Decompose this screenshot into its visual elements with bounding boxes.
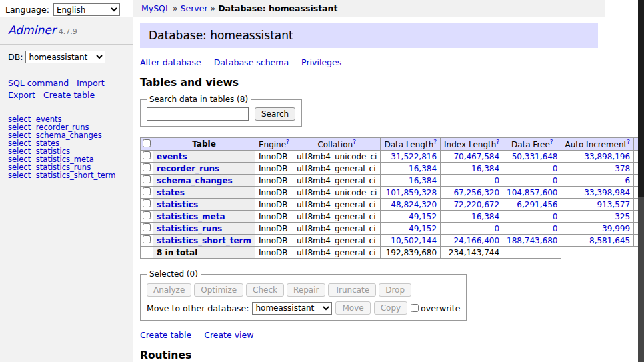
engine-cell: InnoDB [255,175,293,187]
sidebar-link-import[interactable]: Import [77,78,105,88]
table-name-link-statistics-meta[interactable]: statistics_meta [157,212,225,221]
collation-cell: utf8mb4_general_ci [293,163,381,175]
action-link-alter-database[interactable]: Alter database [140,57,201,67]
breadcrumb-mysql-link[interactable]: MySQL [141,3,170,13]
index-length-cell: 16,384 [441,211,503,223]
check-button[interactable]: Check [246,283,284,297]
auto-increment-link[interactable]: 378 [615,164,630,173]
data-free-link[interactable]: 0 [553,212,558,221]
auto-increment-link[interactable]: 39,999 [602,224,630,233]
data-length-link[interactable]: 101,859,328 [386,188,437,197]
row-checkbox-recorder-runs[interactable] [143,163,151,171]
auto-increment-link[interactable]: 325 [615,212,630,221]
action-link-privileges[interactable]: Privileges [301,57,341,67]
index-length-link[interactable]: 16,384 [471,164,499,173]
truncate-button[interactable]: Truncate [328,283,376,297]
data-length-link[interactable]: 16,384 [409,164,437,173]
index-length-link[interactable]: 0 [494,176,499,185]
engine-cell: InnoDB [255,223,293,235]
data-free-link[interactable]: 188,743,680 [507,236,557,245]
index-length-link[interactable]: 0 [494,224,499,233]
data-length-cell: 49,152 [381,223,441,235]
table-name-link-statistics-short-term[interactable]: statistics_short_term [157,236,251,245]
drop-button[interactable]: Drop [379,283,411,297]
auto-increment-link[interactable]: 8,581,645 [589,236,630,245]
row-checkbox-events[interactable] [143,151,151,159]
help-link-auto-increment[interactable]: ? [627,139,630,145]
row-checkbox-statistics-short-term[interactable] [143,235,151,243]
row-checkbox-statistics[interactable] [143,199,151,207]
data-length-link[interactable]: 49,152 [409,224,437,233]
data-free-cell: 0 [503,175,561,187]
adminer-logo-link[interactable]: Adminer [8,23,56,37]
data-free-link[interactable]: 50,331,648 [512,152,558,161]
data-length-link[interactable]: 48,824,320 [391,200,437,209]
move-button[interactable]: Move [335,301,370,315]
select-all-checkbox[interactable] [143,139,151,147]
collation-cell: utf8mb4_general_ci [293,175,381,187]
help-link-index-length[interactable]: ? [496,139,499,145]
index-length-cell: 67,256,320 [441,187,503,199]
row-checkbox-states[interactable] [143,187,151,195]
data-free-link[interactable]: 0 [553,176,558,185]
index-length-link[interactable]: 72,220,672 [453,200,499,209]
auto-increment-link[interactable]: 913,577 [597,200,630,209]
move-db-select[interactable]: homeassistant [252,302,332,315]
data-length-link[interactable]: 31,522,816 [391,152,437,161]
overwrite-checkbox[interactable] [411,304,419,312]
select-link-statistics-short-term[interactable]: select [8,171,31,180]
help-link-collation[interactable]: ? [353,139,356,145]
table-name-link-events[interactable]: events [157,152,187,161]
search-button[interactable]: Search [255,107,295,121]
table-name-link-recorder-runs[interactable]: recorder_runs [157,164,219,173]
breadcrumb-server-link[interactable]: Server [181,3,208,13]
sidebar-link-export[interactable]: Export [8,90,35,100]
optimize-button[interactable]: Optimize [194,283,243,297]
row-checkbox-schema-changes[interactable] [143,175,151,183]
repair-button[interactable]: Repair [287,283,325,297]
index-length-link[interactable]: 70,467,584 [453,152,499,161]
app-version: 4.7.9 [59,27,77,36]
table-name-link-statistics[interactable]: statistics [157,200,198,209]
help-link-data-free[interactable]: ? [550,139,553,145]
index-length-cell: 70,467,584 [441,151,503,163]
index-length-link[interactable]: 67,256,320 [453,188,499,197]
row-checkbox-statistics-runs[interactable] [143,223,151,231]
table-link-statistics-short-term[interactable]: statistics_short_term [36,171,116,180]
engine-cell: InnoDB [255,211,293,223]
column-header-engine: Engine? [255,138,293,151]
copy-button[interactable]: Copy [374,301,407,315]
db-select[interactable]: homeassistant [25,51,105,63]
auto-increment-link[interactable]: 33,898,196 [584,152,630,161]
action-link-database-schema[interactable]: Database schema [214,57,289,67]
row-checkbox-statistics-meta[interactable] [143,211,151,219]
language-bar: Language: English [5,3,120,16]
vertical-scrollbar[interactable] [638,0,644,362]
search-input[interactable] [147,107,249,121]
index-length-link[interactable]: 24,166,400 [453,236,499,245]
table-name-link-statistics-runs[interactable]: statistics_runs [157,224,222,233]
table-name-link-schema-changes[interactable]: schema_changes [157,176,233,185]
create-link-create-table[interactable]: Create table [140,330,191,340]
help-link-engine[interactable]: ? [286,139,289,145]
data-length-cell: 31,522,816 [381,151,441,163]
auto-increment-link[interactable]: 6 [625,176,630,185]
data-free-link[interactable]: 0 [553,164,558,173]
data-free-link[interactable]: 104,857,600 [507,188,557,197]
table-name-link-states[interactable]: states [157,188,185,197]
collation-cell: utf8mb4_general_ci [293,211,381,223]
language-select[interactable]: English [53,3,120,16]
sidebar-link-sql-command[interactable]: SQL command [8,78,69,88]
index-length-link[interactable]: 16,384 [471,212,499,221]
data-length-link[interactable]: 49,152 [409,212,437,221]
auto-increment-link[interactable]: 33,398,984 [584,188,630,197]
analyze-button[interactable]: Analyze [147,283,191,297]
data-length-link[interactable]: 10,502,144 [391,236,437,245]
sidebar-link-create-table[interactable]: Create table [43,90,95,100]
create-link-create-view[interactable]: Create view [204,330,253,340]
data-free-link[interactable]: 0 [553,224,558,233]
data-free-link[interactable]: 6,291,456 [517,200,557,209]
data-length-link[interactable]: 16,384 [409,176,437,185]
help-link-data-length[interactable]: ? [433,139,437,145]
scrollbar-thumb[interactable] [638,0,644,197]
